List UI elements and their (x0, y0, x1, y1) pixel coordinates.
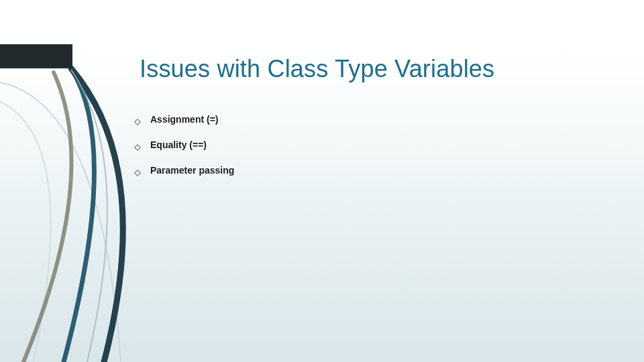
diamond-bullet-icon (134, 116, 141, 123)
bullet-label: Parameter passing (150, 165, 234, 176)
header-accent-bar (0, 44, 72, 68)
decorative-curves (0, 0, 644, 362)
svg-rect-2 (135, 170, 140, 176)
diamond-bullet-icon (134, 167, 141, 174)
slide-title: Issues with Class Type Variables (140, 55, 494, 83)
bullet-label: Assignment (=) (150, 114, 219, 125)
slide: Issues with Class Type Variables Assignm… (0, 0, 644, 362)
bullet-label: Equality (==) (150, 139, 207, 150)
svg-rect-0 (135, 119, 140, 125)
list-item: Assignment (=) (134, 113, 234, 126)
list-item: Equality (==) (134, 138, 234, 152)
bullet-list: Assignment (=) Equality (==) Parameter p… (134, 113, 234, 189)
svg-rect-1 (135, 145, 140, 150)
diamond-bullet-icon (134, 141, 141, 148)
list-item: Parameter passing (134, 164, 234, 177)
